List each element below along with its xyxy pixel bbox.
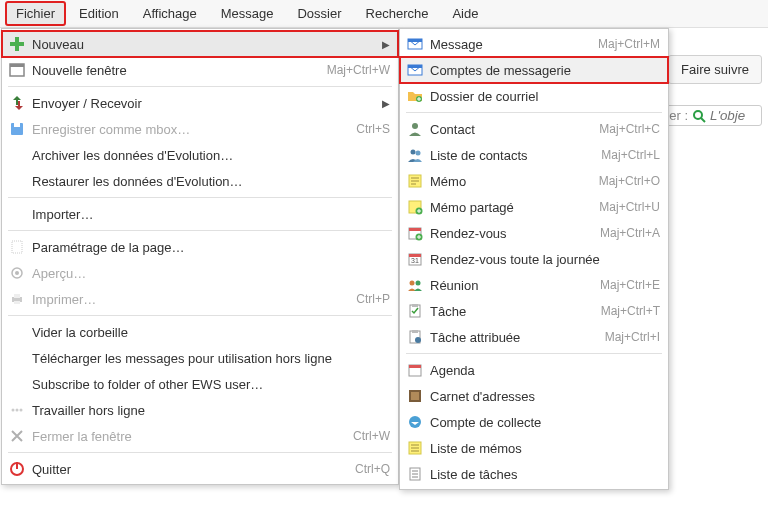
people-icon bbox=[406, 276, 424, 294]
submenu-item[interactable]: Liste de mémos bbox=[400, 435, 668, 461]
mail-icon bbox=[406, 35, 424, 53]
file-menu-item[interactable]: QuitterCtrl+Q bbox=[2, 456, 398, 482]
file-menu-label: Nouveau bbox=[32, 37, 374, 52]
addressbook-icon bbox=[406, 387, 424, 405]
file-menu-item[interactable]: Télécharger les messages pour utilisatio… bbox=[2, 345, 398, 371]
submenu-separator bbox=[406, 112, 662, 113]
submenu-item[interactable]: Comptes de messagerie bbox=[400, 57, 668, 83]
file-menu-item[interactable]: Archiver les données d'Evolution… bbox=[2, 142, 398, 168]
submenu-item[interactable]: MessageMaj+Ctrl+M bbox=[400, 31, 668, 57]
task-icon bbox=[406, 302, 424, 320]
forward-button[interactable]: Faire suivre bbox=[668, 55, 762, 84]
calendar-plus-icon bbox=[406, 224, 424, 242]
task-assigned-icon bbox=[406, 328, 424, 346]
power-red-icon bbox=[8, 460, 26, 478]
menubar-item-edition[interactable]: Edition bbox=[69, 2, 129, 25]
shortcut: Maj+Ctrl+I bbox=[605, 330, 660, 344]
blank-icon bbox=[8, 205, 26, 223]
toolbar-right: Faire suivre bbox=[668, 55, 762, 84]
submenu-item[interactable]: Rendez-vous toute la journée bbox=[400, 246, 668, 272]
blank-icon bbox=[8, 349, 26, 367]
submenu-label: Dossier de courriel bbox=[430, 89, 660, 104]
shortcut: Ctrl+P bbox=[356, 292, 390, 306]
submenu-item[interactable]: MémoMaj+Ctrl+O bbox=[400, 168, 668, 194]
menubar-item-recherche[interactable]: Recherche bbox=[356, 2, 439, 25]
file-menu-item[interactable]: Travailler hors ligne bbox=[2, 397, 398, 423]
plus-green-icon bbox=[8, 35, 26, 53]
menubar-item-message[interactable]: Message bbox=[211, 2, 284, 25]
file-menu-label: Subscribe to folder of other EWS user… bbox=[32, 377, 390, 392]
collect-icon bbox=[406, 413, 424, 431]
file-menu-item[interactable]: Envoyer / Recevoir▶ bbox=[2, 90, 398, 116]
file-menu-label: Nouvelle fenêtre bbox=[32, 63, 317, 78]
submenu-separator bbox=[406, 353, 662, 354]
file-menu-item[interactable]: Enregistrer comme mbox…Ctrl+S bbox=[2, 116, 398, 142]
submenu-item[interactable]: RéunionMaj+Ctrl+E bbox=[400, 272, 668, 298]
save-blue-icon bbox=[8, 120, 26, 138]
shortcut: Maj+Ctrl+L bbox=[601, 148, 660, 162]
file-menu-item[interactable]: Paramétrage de la page… bbox=[2, 234, 398, 260]
memo-plus-icon bbox=[406, 198, 424, 216]
search-input[interactable] bbox=[710, 108, 755, 123]
submenu-item[interactable]: Rendez-vousMaj+Ctrl+A bbox=[400, 220, 668, 246]
shortcut: Maj+Ctrl+U bbox=[599, 200, 660, 214]
submenu-item[interactable]: Compte de collecte bbox=[400, 409, 668, 435]
blank-icon bbox=[8, 323, 26, 341]
submenu-item[interactable]: Mémo partagéMaj+Ctrl+U bbox=[400, 194, 668, 220]
submenu-item[interactable]: Carnet d'adresses bbox=[400, 383, 668, 409]
page-dots-icon bbox=[8, 238, 26, 256]
file-menu-label: Restaurer les données d'Evolution… bbox=[32, 174, 390, 189]
folder-plus-icon bbox=[406, 87, 424, 105]
print-gray-icon bbox=[8, 290, 26, 308]
submenu-item[interactable]: Dossier de courriel bbox=[400, 83, 668, 109]
submenu-label: Liste de tâches bbox=[430, 467, 660, 482]
menubar-item-affichage[interactable]: Affichage bbox=[133, 2, 207, 25]
submenu-item[interactable]: Liste de tâches bbox=[400, 461, 668, 487]
submenu-label: Tâche attribuée bbox=[430, 330, 595, 345]
agenda-icon bbox=[406, 361, 424, 379]
shortcut: Ctrl+W bbox=[353, 429, 390, 443]
submenu-label: Agenda bbox=[430, 363, 660, 378]
file-menu-item[interactable]: Importer… bbox=[2, 201, 398, 227]
file-menu-item[interactable]: Nouveau▶ bbox=[2, 31, 398, 57]
file-menu: Nouveau▶Nouvelle fenêtreMaj+Ctrl+WEnvoye… bbox=[1, 28, 399, 485]
submenu-label: Rendez-vous toute la journée bbox=[430, 252, 660, 267]
menubar-item-aide[interactable]: Aide bbox=[442, 2, 488, 25]
file-menu-separator bbox=[8, 315, 392, 316]
svg-point-46 bbox=[694, 111, 702, 119]
shortcut: Maj+Ctrl+W bbox=[327, 63, 390, 77]
search-icon bbox=[692, 109, 706, 123]
submenu-item[interactable]: TâcheMaj+Ctrl+T bbox=[400, 298, 668, 324]
blank-icon bbox=[8, 146, 26, 164]
contact-icon bbox=[406, 120, 424, 138]
memo-list-icon bbox=[406, 439, 424, 457]
submenu-item[interactable]: ContactMaj+Ctrl+C bbox=[400, 116, 668, 142]
file-menu-item[interactable]: Subscribe to folder of other EWS user… bbox=[2, 371, 398, 397]
memo-icon bbox=[406, 172, 424, 190]
shortcut: Maj+Ctrl+C bbox=[599, 122, 660, 136]
file-menu-label: Télécharger les messages pour utilisatio… bbox=[32, 351, 390, 366]
shortcut: Maj+Ctrl+T bbox=[601, 304, 660, 318]
offline-dots-icon bbox=[8, 401, 26, 419]
file-menu-item[interactable]: Vider la corbeille bbox=[2, 319, 398, 345]
shortcut: Ctrl+Q bbox=[355, 462, 390, 476]
menubar-item-fichier[interactable]: Fichier bbox=[6, 2, 65, 25]
file-menu-item[interactable]: Fermer la fenêtreCtrl+W bbox=[2, 423, 398, 449]
file-menu-label: Fermer la fenêtre bbox=[32, 429, 343, 444]
submenu-item[interactable]: Agenda bbox=[400, 357, 668, 383]
file-menu-item[interactable]: Aperçu… bbox=[2, 260, 398, 286]
submenu-item[interactable]: Tâche attribuéeMaj+Ctrl+I bbox=[400, 324, 668, 350]
submenu-label: Rendez-vous bbox=[430, 226, 590, 241]
file-menu-item[interactable]: Imprimer…Ctrl+P bbox=[2, 286, 398, 312]
file-menu-item[interactable]: Restaurer les données d'Evolution… bbox=[2, 168, 398, 194]
submenu-item[interactable]: Liste de contactsMaj+Ctrl+L bbox=[400, 142, 668, 168]
submenu-label: Liste de mémos bbox=[430, 441, 660, 456]
submenu-label: Réunion bbox=[430, 278, 590, 293]
file-menu-label: Archiver les données d'Evolution… bbox=[32, 148, 390, 163]
file-menu-separator bbox=[8, 86, 392, 87]
menubar-item-dossier[interactable]: Dossier bbox=[287, 2, 351, 25]
file-menu-item[interactable]: Nouvelle fenêtreMaj+Ctrl+W bbox=[2, 57, 398, 83]
submenu-label: Liste de contacts bbox=[430, 148, 591, 163]
file-menu-label: Paramétrage de la page… bbox=[32, 240, 390, 255]
shortcut: Maj+Ctrl+E bbox=[600, 278, 660, 292]
